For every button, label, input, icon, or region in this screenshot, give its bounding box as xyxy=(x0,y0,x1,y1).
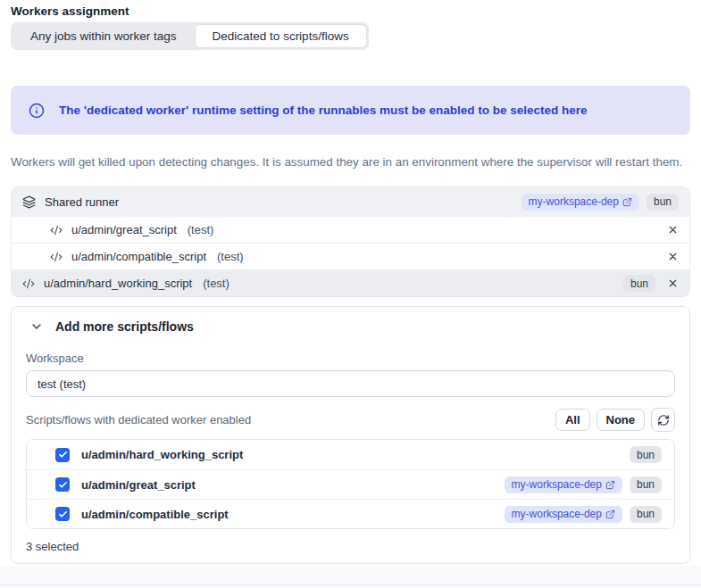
workspace-input[interactable] xyxy=(26,370,675,397)
script-checkbox-row[interactable]: u/admin/great_script my-workspace-dep bu… xyxy=(27,469,674,499)
dedicated-scripts-list: u/admin/hard_working_script bun u/admin/… xyxy=(26,439,675,529)
checkbox-checked[interactable] xyxy=(55,507,70,521)
workspace-dep-badge-label: my-workspace-dep xyxy=(529,195,619,208)
workspace-dep-badge-label: my-workspace-dep xyxy=(512,508,602,520)
refresh-icon xyxy=(657,414,670,427)
script-path: u/admin/great_script xyxy=(71,223,177,236)
workspace-dep-badge[interactable]: my-workspace-dep xyxy=(505,476,622,493)
lang-badge: bun xyxy=(630,446,662,463)
script-path: u/admin/hard_working_script xyxy=(81,448,243,461)
layers-icon xyxy=(22,195,36,209)
remove-script-button[interactable] xyxy=(667,251,679,262)
lang-badge: bun xyxy=(630,476,662,493)
shared-runner-header: Shared runner my-workspace-dep bun xyxy=(12,187,689,216)
add-scripts-title: Add more scripts/flows xyxy=(55,319,194,334)
lang-badge: bun xyxy=(623,275,655,292)
check-icon xyxy=(58,509,68,519)
script-path: u/admin/compatible_script xyxy=(81,508,229,521)
code-icon xyxy=(50,251,63,263)
close-icon xyxy=(667,224,679,236)
workers-restart-note: Workers will get killed upon detecting c… xyxy=(11,155,690,169)
lang-badge: bun xyxy=(630,506,662,523)
script-checkbox-row[interactable]: u/admin/hard_working_script bun xyxy=(27,440,674,469)
assigned-script-row: u/admin/hard_working_script (test) bun xyxy=(12,269,689,296)
script-checkbox-row[interactable]: u/admin/compatible_script my-workspace-d… xyxy=(27,499,674,528)
add-scripts-section: Add more scripts/flows Workspace Scripts… xyxy=(11,306,690,564)
info-banner: The 'dedicated worker' runtime setting o… xyxy=(11,86,690,135)
lang-badge: bun xyxy=(647,194,679,211)
add-scripts-toggle[interactable]: Add more scripts/flows xyxy=(12,307,689,343)
assigned-script-row: u/admin/great_script (test) xyxy=(12,216,689,243)
shared-runner-group: Shared runner my-workspace-dep bun u/adm… xyxy=(11,186,690,297)
info-icon xyxy=(29,103,45,119)
close-icon xyxy=(667,251,679,262)
shared-runner-badges: my-workspace-dep bun xyxy=(522,194,679,211)
close-icon xyxy=(667,277,679,289)
dedicated-list-label: Scripts/flows with dedicated worker enab… xyxy=(26,413,251,427)
dedicated-list-toolbar: Scripts/flows with dedicated worker enab… xyxy=(26,408,675,432)
checkbox-checked[interactable] xyxy=(55,477,70,492)
check-icon xyxy=(58,450,68,460)
script-suffix: (test) xyxy=(203,277,229,290)
chevron-down-icon xyxy=(29,319,44,334)
footer-divider xyxy=(0,566,701,588)
external-link-icon xyxy=(622,197,632,207)
assigned-script-row: u/admin/compatible_script (test) xyxy=(12,243,689,269)
workspace-dep-badge[interactable]: my-workspace-dep xyxy=(522,194,639,211)
select-none-button[interactable]: None xyxy=(597,409,646,431)
external-link-icon xyxy=(605,509,615,519)
tab-any-jobs[interactable]: Any jobs within worker tags xyxy=(13,24,195,48)
add-scripts-body: Workspace Scripts/flows with dedicated w… xyxy=(12,352,689,563)
remove-script-button[interactable] xyxy=(667,224,679,236)
code-icon xyxy=(50,224,63,236)
workers-assignment-page: Workers assignment Any jobs within worke… xyxy=(0,0,701,564)
checkbox-checked[interactable] xyxy=(55,448,70,462)
selected-count: 3 selected xyxy=(26,529,675,563)
script-suffix: (test) xyxy=(188,223,214,236)
code-icon xyxy=(22,277,35,290)
tab-dedicated-scripts[interactable]: Dedicated to scripts/flows xyxy=(195,24,367,48)
workspace-label: Workspace xyxy=(26,352,675,365)
info-banner-text: The 'dedicated worker' runtime setting o… xyxy=(59,104,588,117)
workspace-dep-badge[interactable]: my-workspace-dep xyxy=(505,506,622,523)
script-path: u/admin/great_script xyxy=(81,478,196,492)
shared-runner-label: Shared runner xyxy=(45,195,119,209)
select-all-button[interactable]: All xyxy=(555,409,590,431)
refresh-button[interactable] xyxy=(651,408,675,432)
check-icon xyxy=(58,480,68,490)
external-link-icon xyxy=(605,480,615,490)
script-path: u/admin/hard_working_script xyxy=(44,277,192,290)
script-suffix: (test) xyxy=(217,250,244,263)
script-path: u/admin/compatible_script xyxy=(71,250,206,263)
workspace-dep-badge-label: my-workspace-dep xyxy=(512,478,602,491)
page-title: Workers assignment xyxy=(11,4,690,18)
assignment-mode-toggle: Any jobs within worker tags Dedicated to… xyxy=(11,22,369,50)
remove-script-button[interactable] xyxy=(667,277,679,289)
